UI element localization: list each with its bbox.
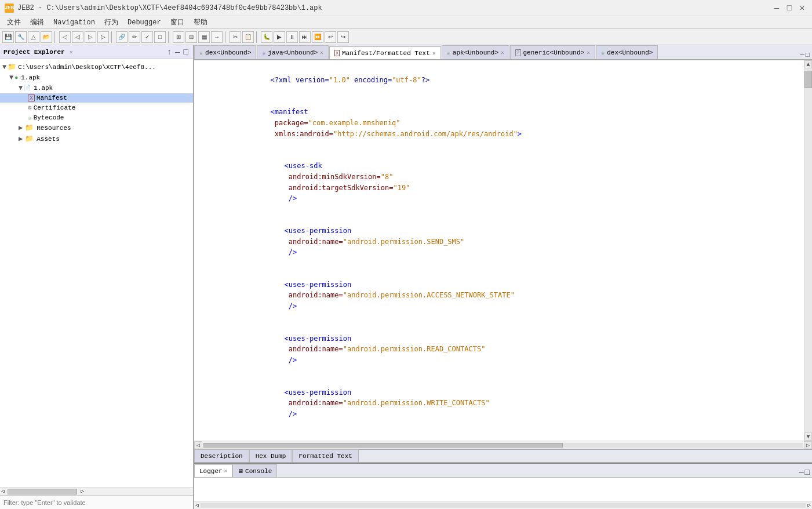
toolbar-pause[interactable]: ⏸ xyxy=(286,31,298,43)
menu-debugger[interactable]: Debugger xyxy=(123,17,166,28)
toolbar-grid2[interactable]: ⊟ xyxy=(185,31,197,43)
toolbar-grid[interactable]: ⊞ xyxy=(173,31,184,43)
tree-root[interactable]: ▼ 📁 C:\Users\admin\Desktop\XCTF\4eef8... xyxy=(0,61,193,72)
menu-file[interactable]: 文件 xyxy=(2,16,26,28)
editor-container: <?xml version="1.0" encoding="utf-8"?> <… xyxy=(194,60,812,463)
pi-ver-val: "1.0" xyxy=(329,76,350,84)
maximize-button[interactable]: □ xyxy=(784,3,795,13)
pe-maximize[interactable]: □ xyxy=(183,48,190,57)
tab-label-java: java<Unbound> xyxy=(268,49,318,56)
tree-resources[interactable]: ▶ 📁 Resources xyxy=(0,122,193,133)
toolbar-open[interactable]: 📂 xyxy=(41,31,52,43)
toolbar-back[interactable]: ◁ xyxy=(59,31,71,43)
v-scrollbar[interactable]: ▲ ▼ xyxy=(804,60,812,441)
toolbar-arrow[interactable]: → xyxy=(211,31,223,43)
minimize-button[interactable]: — xyxy=(771,3,782,13)
tab-dex-1[interactable]: ☕ dex<Unbound> xyxy=(194,45,256,59)
toolbar-save[interactable]: 💾 xyxy=(2,31,14,43)
tab-apk-close[interactable]: ✕ xyxy=(501,49,504,56)
editor-main[interactable]: <?xml version="1.0" encoding="utf-8"?> <… xyxy=(194,60,804,441)
toolbar-play[interactable]: ▶ xyxy=(274,31,285,43)
bytecode-icon: ☕ xyxy=(28,114,32,121)
menu-navigation[interactable]: Navigation xyxy=(49,17,100,28)
logger-maximize[interactable]: □ xyxy=(805,468,810,477)
hscroll-left[interactable]: ◁ xyxy=(194,441,202,449)
tree-1apk-outer[interactable]: ▼ ● 1.apk xyxy=(0,72,193,83)
tab-java-close[interactable]: ✕ xyxy=(320,49,323,56)
logger-hscroll-left[interactable]: ◁ xyxy=(194,502,199,508)
tab-generic[interactable]: ? generic<Unbound> ✕ xyxy=(510,45,595,59)
tab-java[interactable]: ☕ java<Unbound> ✕ xyxy=(257,45,329,59)
tree-assets[interactable]: ▶ 📁 Assets xyxy=(0,133,193,144)
toolbar-table[interactable]: ▦ xyxy=(198,31,210,43)
editor-hscroll[interactable]: ◁ ▷ xyxy=(194,441,812,449)
toolbar-fwd[interactable]: ▷ xyxy=(85,31,96,43)
pe-hscroll[interactable]: ◁ ▷ xyxy=(0,487,193,495)
tree-1apk-inner[interactable]: ▼ 📄 1.apk xyxy=(0,83,193,93)
tree-bytecode[interactable]: ☕ Bytecode xyxy=(0,112,193,122)
menu-help[interactable]: 帮助 xyxy=(189,16,212,28)
tab-generic-close[interactable]: ✕ xyxy=(587,49,590,56)
logger-close-icon[interactable]: ✕ xyxy=(224,468,227,474)
vscroll-thumb[interactable] xyxy=(804,71,812,88)
menu-window[interactable]: 窗口 xyxy=(166,16,189,28)
vscroll-up[interactable]: ▲ xyxy=(804,60,812,68)
tab-manifest[interactable]: X Manifest/Formatted Text ✕ xyxy=(329,46,441,60)
toolbar-link[interactable]: 🔗 xyxy=(116,31,128,43)
toolbar-check[interactable]: ✓ xyxy=(141,31,153,43)
toolbar-up[interactable]: △ xyxy=(28,31,39,43)
tab-description[interactable]: Description xyxy=(194,449,249,462)
hscroll-track[interactable] xyxy=(203,443,803,448)
logger-hscroll-track[interactable] xyxy=(201,503,805,508)
close-button[interactable]: ✕ xyxy=(797,3,807,13)
manifest-xmlns-val: "http://schemas.android.com/apk/res/andr… xyxy=(333,130,518,138)
tree-arrow-2: ▼ xyxy=(19,84,23,92)
pe-minimize[interactable]: — xyxy=(174,48,181,57)
vscroll-down[interactable]: ▼ xyxy=(804,432,812,441)
logger-tab-bar: Logger ✕ 🖥 Console — □ xyxy=(194,464,812,478)
logger-hscroll-right[interactable]: ▷ xyxy=(807,502,812,508)
menu-behavior[interactable]: 行为 xyxy=(100,16,123,28)
toolbar-box[interactable]: □ xyxy=(154,31,166,43)
hscroll-thumb[interactable] xyxy=(203,443,563,448)
tab-console[interactable]: 🖥 Console xyxy=(232,464,277,477)
toolbar-debug[interactable]: 🐛 xyxy=(261,31,272,43)
hscroll-right[interactable]: ▷ xyxy=(804,441,812,449)
tab-dex-2[interactable]: ☕ dex<Unbound> xyxy=(596,45,658,59)
toolbar-step3[interactable]: ↩ xyxy=(325,31,336,43)
toolbar-sep-1 xyxy=(54,31,57,43)
logger-minimize[interactable]: — xyxy=(799,468,803,477)
tab-logger[interactable]: Logger ✕ xyxy=(194,464,232,477)
tab-minimize[interactable]: — xyxy=(800,51,804,59)
tree-certificate[interactable]: ⚙ Certificate xyxy=(0,103,193,112)
pe-scroll-right[interactable]: ▷ xyxy=(79,488,85,495)
menu-edit[interactable]: 编辑 xyxy=(26,16,49,28)
xml-editor[interactable]: <?xml version="1.0" encoding="utf-8"?> <… xyxy=(194,60,804,441)
vscroll-track[interactable] xyxy=(804,68,812,432)
toolbar-step2[interactable]: ⏩ xyxy=(312,31,323,43)
pe-scroll-thumb[interactable] xyxy=(8,489,77,495)
toolbar-copy[interactable]: 📋 xyxy=(242,31,254,43)
tab-manifest-close[interactable]: ✕ xyxy=(432,50,436,57)
tab-hex-dump[interactable]: Hex Dump xyxy=(249,449,293,462)
tab-apk[interactable]: ☕ apk<Unbound> ✕ xyxy=(442,45,509,59)
filter-input[interactable] xyxy=(0,496,193,509)
toolbar-wrench[interactable]: 🔧 xyxy=(15,31,27,43)
toolbar-step[interactable]: ⏭ xyxy=(299,31,311,43)
pe-close-icon[interactable]: ✕ xyxy=(70,49,73,56)
toolbar-fwd2[interactable]: ▷ xyxy=(97,31,109,43)
pe-collapse-all[interactable]: ↑ xyxy=(166,48,173,57)
toolbar-pencil[interactable]: ✏ xyxy=(129,31,140,43)
tab-formatted-text[interactable]: Formatted Text xyxy=(292,449,358,462)
toolbar-step4[interactable]: ↪ xyxy=(337,31,349,43)
toolbar-back2[interactable]: ◁ xyxy=(72,31,83,43)
logger-hscroll[interactable]: ◁ ▷ xyxy=(194,501,812,509)
tab-maximize[interactable]: □ xyxy=(806,51,810,59)
tree-manifest[interactable]: X Manifest xyxy=(0,93,193,103)
toolbar-cut[interactable]: ✂ xyxy=(230,31,241,43)
line-content-5: <uses-permission android:name="android.p… xyxy=(199,268,515,322)
manifest-pkg-val: "com.example.mmsheniq" xyxy=(308,119,400,127)
pe-scroll-left[interactable]: ◁ xyxy=(0,488,5,495)
tab-label-apk: apk<Unbound> xyxy=(453,49,498,56)
apk-bullet-icon: ● xyxy=(14,75,18,81)
